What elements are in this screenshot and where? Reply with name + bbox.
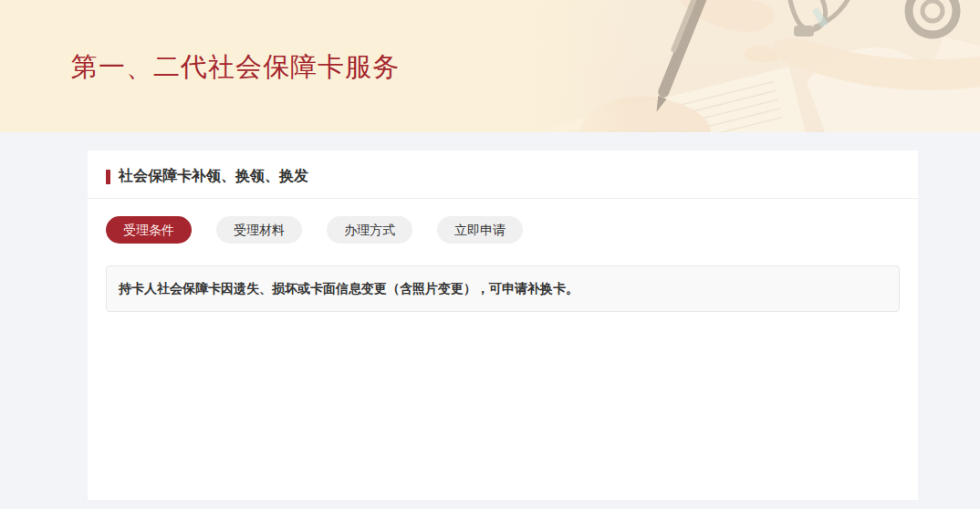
banner: 第一、二代社会保障卡服务 (0, 0, 980, 132)
section-title: 社会保障卡补领、换领、换发 (119, 167, 308, 186)
condition-info-box: 持卡人社会保障卡因遗失、损坏或卡面信息变更（含照片变更），可申请补换卡。 (106, 265, 900, 312)
tab-apply-now[interactable]: 立即申请 (437, 216, 523, 244)
tab-bar: 受理条件 受理材料 办理方式 立即申请 (88, 216, 918, 244)
section-marker-bar (106, 170, 110, 184)
page-title: 第一、二代社会保障卡服务 (71, 53, 400, 82)
doctor-writing-photo (524, 0, 980, 132)
tab-required-materials[interactable]: 受理材料 (216, 216, 302, 244)
condition-text: 持卡人社会保障卡因遗失、损坏或卡面信息变更（含照片变更），可申请补换卡。 (119, 281, 887, 296)
service-card: 社会保障卡补领、换领、换发 受理条件 受理材料 办理方式 立即申请 持卡人社会保… (88, 151, 918, 500)
section-header: 社会保障卡补领、换领、换发 (88, 151, 918, 199)
content-area: 社会保障卡补领、换领、换发 受理条件 受理材料 办理方式 立即申请 持卡人社会保… (0, 132, 980, 500)
tab-acceptance-conditions[interactable]: 受理条件 (106, 216, 192, 244)
tab-processing-method[interactable]: 办理方式 (327, 216, 412, 244)
page: 第一、二代社会保障卡服务 (0, 0, 980, 509)
